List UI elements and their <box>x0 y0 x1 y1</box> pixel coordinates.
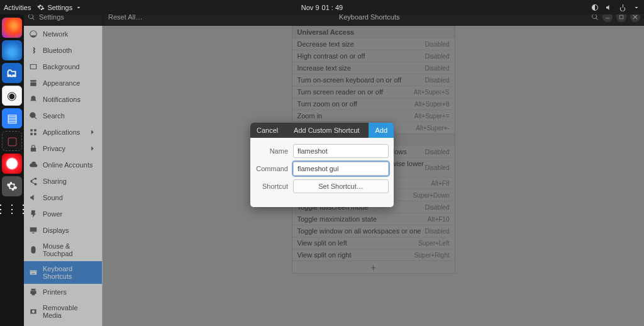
add-custom-shortcut-dialog: Cancel Add Custom Shortcut Add Name Comm… <box>250 123 394 207</box>
dock-rhythmbox[interactable]: ◉ <box>2 86 22 106</box>
cancel-button[interactable]: Cancel <box>250 126 284 134</box>
app-menu[interactable]: Settings <box>37 4 82 11</box>
command-input[interactable] <box>293 162 389 176</box>
network-icon <box>591 4 599 11</box>
dock-terminal[interactable]: ▢ <box>2 131 22 151</box>
dock-settings[interactable] <box>2 176 22 196</box>
gear-icon <box>37 4 45 11</box>
dropdown-icon <box>75 4 82 11</box>
dropdown-icon <box>633 4 640 11</box>
dock-text-editor[interactable]: ▤ <box>2 108 22 128</box>
clock[interactable]: Nov 9 01 : 49 <box>301 4 343 11</box>
add-button[interactable]: Add <box>369 123 394 138</box>
shortcut-label: Shortcut <box>255 183 288 190</box>
dock-files[interactable]: 🗂 <box>2 63 22 83</box>
name-label: Name <box>255 147 288 155</box>
volume-icon <box>605 4 613 11</box>
system-tray[interactable] <box>591 4 640 11</box>
gnome-top-bar: Activities Settings Nov 9 01 : 49 <box>0 0 644 14</box>
ubuntu-dock: 🗂 ◉ ▤ ▢ ⋮⋮⋮ <box>0 14 24 326</box>
dock-firefox[interactable] <box>2 18 22 38</box>
command-label: Command <box>255 165 288 172</box>
dialog-title: Add Custom Shortcut <box>284 126 369 134</box>
name-input[interactable] <box>293 144 389 158</box>
activities-button[interactable]: Activities <box>4 4 31 11</box>
dock-help[interactable] <box>2 154 22 174</box>
set-shortcut-button[interactable]: Set Shortcut… <box>293 179 389 193</box>
power-icon <box>619 4 626 11</box>
dock-thunderbird[interactable] <box>2 40 22 60</box>
dock-show-apps[interactable]: ⋮⋮⋮ <box>2 199 22 219</box>
